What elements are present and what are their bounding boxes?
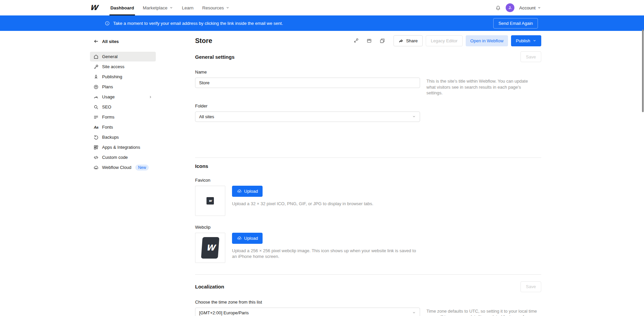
info-icon <box>105 21 110 26</box>
scrollbar-thumb[interactable] <box>642 30 644 112</box>
favicon-help-text: Upload a 32 × 32 pixel ICO, PNG, GIF, or… <box>232 201 373 207</box>
banner-message: Take a moment to verify your email addre… <box>113 21 283 26</box>
webclip-preview: W <box>195 233 225 263</box>
back-to-all-sites[interactable]: All sites <box>90 37 156 46</box>
timezone-label: Choose the time zone from this list <box>195 300 541 305</box>
duplicate-icon[interactable] <box>379 38 385 44</box>
new-badge: New <box>135 165 149 171</box>
code-icon <box>93 155 99 160</box>
folder-select-value: All sites <box>199 114 214 119</box>
nav-item-label: Learn <box>182 5 194 10</box>
nav-item-label: Dashboard <box>110 5 134 10</box>
share-arrow-icon <box>399 38 404 43</box>
folder-label: Folder <box>195 103 541 108</box>
save-button-general[interactable]: Save <box>520 51 541 62</box>
sidebar-item-label: Publishing <box>102 74 122 79</box>
sidebar-item-site-access[interactable]: Site access <box>90 62 156 72</box>
sidebar-item-label: SEO <box>102 104 111 109</box>
name-label: Name <box>195 70 541 75</box>
back-label: All sites <box>102 39 119 44</box>
favicon-upload-button[interactable]: Upload <box>232 186 263 197</box>
icons-section-title: Icons <box>195 163 541 169</box>
avatar[interactable]: J. <box>506 3 514 12</box>
chevron-right-icon <box>148 95 152 99</box>
bell-icon[interactable] <box>495 5 501 11</box>
sidebar-item-label: Plans <box>102 84 113 89</box>
sidebar-item-general[interactable]: General <box>90 52 156 61</box>
sidebar-item-forms[interactable]: Forms <box>90 112 156 122</box>
cloud-icon <box>93 165 99 170</box>
divider <box>195 157 541 158</box>
sidebar-item-plans[interactable]: Plans <box>90 82 156 92</box>
fonts-aa-icon: Aa <box>93 125 99 130</box>
sidebar-item-label: Custom code <box>102 155 128 160</box>
sidebar-item-label: Backups <box>102 135 119 140</box>
page-title: Store <box>195 37 212 45</box>
send-email-again-button[interactable]: Send Email Again <box>493 18 538 29</box>
chevron-down-icon <box>412 311 416 315</box>
sidebar-item-custom-code[interactable]: Custom code <box>90 152 156 162</box>
general-settings-title: General settings <box>195 54 235 60</box>
webclip-help-text: Upload a 256 × 256 pixel webclip image. … <box>232 248 420 260</box>
nav-item-resources[interactable]: Resources <box>198 0 234 15</box>
nav-item-marketplace[interactable]: Marketplace <box>138 0 178 15</box>
chevron-down-icon <box>537 6 541 10</box>
sidebar-item-label: Forms <box>102 115 114 120</box>
timezone-help-text: Time zone defaults to UTC, so setting it… <box>426 308 537 316</box>
webclip-image: W <box>201 237 219 259</box>
legacy-editor-button[interactable]: Legacy Editor <box>426 35 463 46</box>
site-name-input[interactable] <box>195 78 420 88</box>
upload-cloud-icon <box>237 189 242 194</box>
sidebar-item-label: Fonts <box>102 125 113 130</box>
archive-icon[interactable] <box>366 38 372 44</box>
nav-item-dashboard[interactable]: Dashboard <box>106 0 139 15</box>
favicon-image: w <box>206 197 214 205</box>
sidebar-item-backups[interactable]: Backups <box>90 132 156 142</box>
sidebar-item-webflow-cloud[interactable]: Webflow Cloud New <box>90 163 156 172</box>
nav-item-learn[interactable]: Learn <box>178 0 198 15</box>
sidebar-item-seo[interactable]: SEO <box>90 102 156 112</box>
sidebar-item-apps-integrations[interactable]: Apps & Integrations <box>90 142 156 152</box>
favicon-label: Favicon <box>195 178 541 183</box>
share-label: Share <box>406 38 418 43</box>
lines-icon <box>93 115 99 120</box>
chevron-down-icon <box>169 6 173 10</box>
home-icon <box>93 54 99 59</box>
chevron-down-icon <box>533 39 537 43</box>
transfer-icon[interactable] <box>353 38 359 44</box>
upload-label: Upload <box>244 189 258 194</box>
sidebar-item-label: General <box>102 54 118 59</box>
share-button[interactable]: Share <box>394 35 423 46</box>
upload-cloud-icon <box>237 236 242 241</box>
search-icon <box>93 104 99 110</box>
sidebar-item-fonts[interactable]: Aa Fonts <box>90 122 156 132</box>
folder-select[interactable]: All sites <box>195 111 420 122</box>
sidebar-item-label: Usage <box>102 94 115 99</box>
publish-label: Publish <box>516 38 530 43</box>
sidebar-item-label: Site access <box>102 64 124 69</box>
back-arrow-icon <box>93 39 99 44</box>
account-menu[interactable]: Account <box>519 5 541 10</box>
settings-sidebar: All sites General Site access Publishing <box>90 31 156 316</box>
divider <box>195 274 541 275</box>
top-nav: W Dashboard Marketplace Learn Resources <box>0 0 644 15</box>
history-icon <box>93 135 99 140</box>
open-in-webflow-button[interactable]: Open in Webflow <box>466 35 508 46</box>
rocket-icon <box>93 74 99 80</box>
content: All sites General Site access Publishing <box>90 31 541 316</box>
favicon-preview: w <box>195 186 225 216</box>
webflow-logo[interactable]: W <box>90 4 98 12</box>
timezone-select[interactable]: [GMT+2:00] Europe/Paris <box>195 308 420 316</box>
nav-item-label: Resources <box>202 5 224 10</box>
sidebar-item-publishing[interactable]: Publishing <box>90 72 156 82</box>
nav-menu: Dashboard Marketplace Learn Resources <box>106 0 234 15</box>
gauge-icon <box>93 94 99 100</box>
chevron-down-icon <box>226 6 230 10</box>
webclip-upload-button[interactable]: Upload <box>232 233 263 244</box>
publish-button[interactable]: Publish <box>511 35 541 46</box>
sidebar-item-usage[interactable]: Usage <box>90 92 156 102</box>
grid-plus-icon <box>93 145 99 150</box>
save-button-localization[interactable]: Save <box>520 281 541 292</box>
account-label: Account <box>519 5 536 10</box>
email-verify-banner: Take a moment to verify your email addre… <box>0 15 644 31</box>
